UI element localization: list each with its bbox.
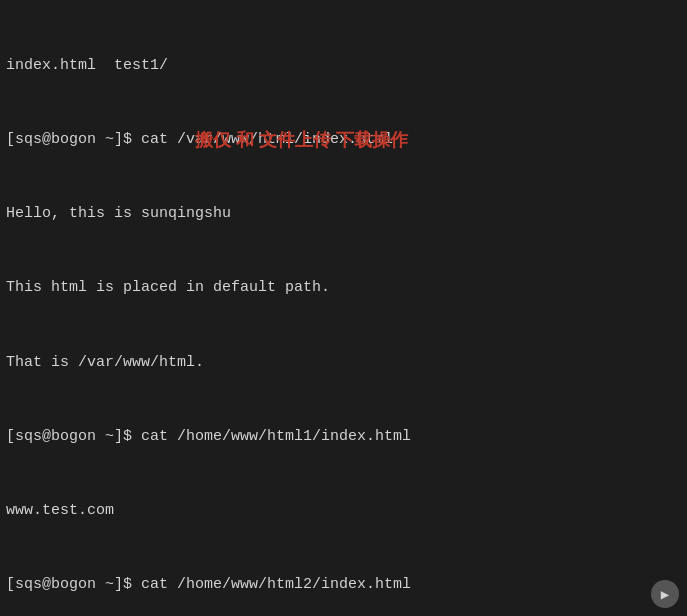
line-2: Hello, this is sunqingshu (6, 202, 681, 227)
line-3: This html is placed in default path. (6, 276, 681, 301)
output-text: That is /var/www/html. (6, 354, 204, 371)
prompt: [sqs@bogon ~]$ (6, 576, 141, 593)
command-text: cat /var/www/html/index.html (141, 131, 393, 148)
command-text: cat /home/www/html1/index.html (141, 428, 411, 445)
line-6: www.test.com (6, 499, 681, 524)
output-text: Hello, this is sunqingshu (6, 205, 231, 222)
output-text: index.html test1/ (6, 57, 168, 74)
chevron-right-icon: ▶ (661, 586, 669, 603)
command-text: cat /home/www/html2/index.html (141, 576, 411, 593)
terminal-content: index.html test1/ [sqs@bogon ~]$ cat /va… (6, 4, 681, 616)
output-text: www.test.com (6, 502, 114, 519)
line-0: index.html test1/ (6, 54, 681, 79)
prompt: [sqs@bogon ~]$ (6, 131, 141, 148)
line-5: [sqs@bogon ~]$ cat /home/www/html1/index… (6, 425, 681, 450)
terminal-window[interactable]: index.html test1/ [sqs@bogon ~]$ cat /va… (0, 0, 687, 616)
line-7: [sqs@bogon ~]$ cat /home/www/html2/index… (6, 573, 681, 598)
line-4: That is /var/www/html. (6, 351, 681, 376)
output-text: This html is placed in default path. (6, 279, 330, 296)
line-1: [sqs@bogon ~]$ cat /var/www/html/index.h… (6, 128, 681, 153)
prompt: [sqs@bogon ~]$ (6, 428, 141, 445)
scroll-down-button[interactable]: ▶ (651, 580, 679, 608)
